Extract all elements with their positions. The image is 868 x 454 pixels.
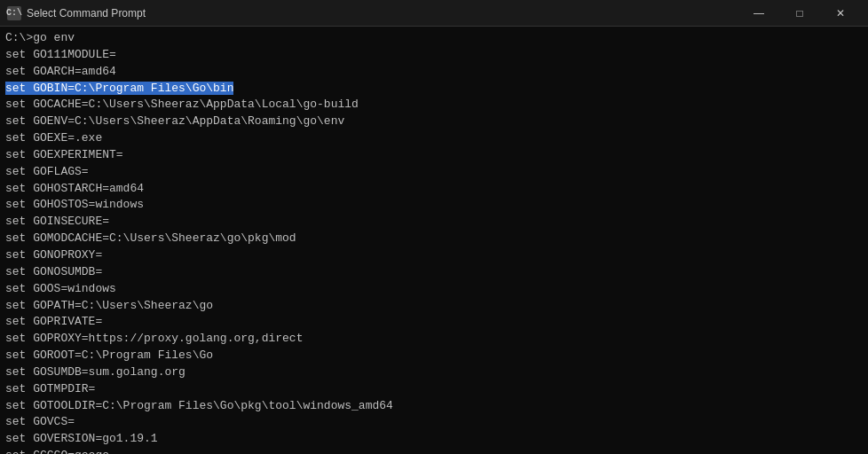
- terminal-line: set GOPROXY=https://proxy.golang.org,dir…: [5, 331, 863, 348]
- terminal-line: set GOCACHE=C:\Users\Sheeraz\AppData\Loc…: [5, 97, 863, 114]
- terminal-line: set GOOS=windows: [5, 281, 863, 298]
- maximize-button[interactable]: □: [779, 0, 820, 27]
- terminal-line: set GOHOSTARCH=amd64: [5, 181, 863, 198]
- terminal-line: set GONOPROXY=: [5, 247, 863, 264]
- terminal-line: set GOVERSION=go1.19.1: [5, 431, 863, 448]
- terminal-line: set GO111MODULE=: [5, 47, 863, 64]
- app-icon: C:\: [7, 6, 21, 20]
- terminal-line: set GOPATH=C:\Users\Sheeraz\go: [5, 298, 863, 315]
- terminal-line: set GOENV=C:\Users\Sheeraz\AppData\Roami…: [5, 114, 863, 130]
- window-title: Select Command Prompt: [27, 7, 146, 20]
- terminal-line: set GOINSECURE=: [5, 214, 863, 231]
- terminal-line: set GOBIN=C:\Program Files\Go\bin: [5, 81, 863, 98]
- terminal-line: set GOARCH=amd64: [5, 64, 863, 81]
- terminal-line: set GOSUMDB=sum.golang.org: [5, 364, 863, 381]
- terminal-line: set GOFLAGS=: [5, 164, 863, 181]
- terminal-line: set GCCGO=gccgo: [5, 448, 863, 454]
- terminal-line: set GOROOT=C:\Program Files\Go: [5, 348, 863, 364]
- terminal-line: C:\>go env: [5, 30, 863, 47]
- terminal-line: set GOTOOLDIR=C:\Program Files\Go\pkg\to…: [5, 398, 863, 415]
- title-bar-controls: — □ ✕: [738, 0, 861, 27]
- terminal-line: set GONOSUMDB=: [5, 264, 863, 281]
- minimize-button[interactable]: —: [738, 0, 779, 27]
- terminal-line: set GOVCS=: [5, 414, 863, 431]
- terminal-line: set GOEXPERIMENT=: [5, 147, 863, 164]
- terminal-line: set GOTMPDIR=: [5, 381, 863, 398]
- terminal-body[interactable]: C:\>go envset GO111MODULE=set GOARCH=amd…: [0, 27, 868, 454]
- terminal-line: set GOPRIVATE=: [5, 314, 863, 331]
- title-bar-left: C:\ Select Command Prompt: [7, 6, 146, 20]
- terminal-line: set GOMODCACHE=C:\Users\Sheeraz\go\pkg\m…: [5, 231, 863, 247]
- title-bar: C:\ Select Command Prompt — □ ✕: [0, 0, 868, 27]
- close-button[interactable]: ✕: [820, 0, 861, 27]
- terminal-line: set GOEXE=.exe: [5, 130, 863, 147]
- terminal-line: set GOHOSTOS=windows: [5, 197, 863, 214]
